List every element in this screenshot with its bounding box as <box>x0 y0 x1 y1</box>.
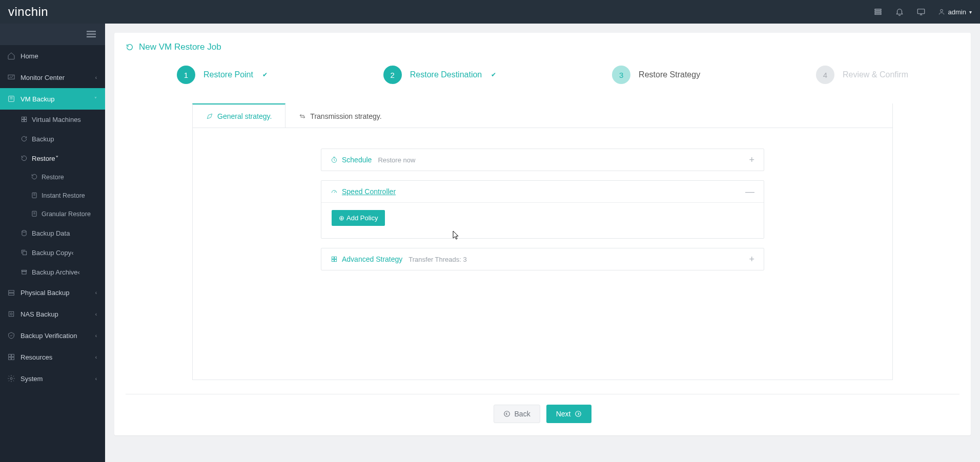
restore-sub-icon <box>31 173 37 182</box>
vm-icon <box>7 95 15 103</box>
section-speed-body: ⊕Add Policy <box>321 202 764 238</box>
nav-physical[interactable]: Physical Backup‹ <box>0 282 105 303</box>
svg-rect-7 <box>87 36 96 37</box>
chevron-left-icon: ‹ <box>78 268 80 276</box>
nav-system[interactable]: System‹ <box>0 368 105 389</box>
svg-rect-2 <box>875 13 881 14</box>
logo: vinchin <box>8 5 48 19</box>
resources-icon <box>7 353 15 361</box>
advanced-subtitle: Transfer Threads: 3 <box>409 256 466 263</box>
section-speed: Speed Controller — ⊕Add Policy <box>321 180 764 239</box>
copy-icon <box>21 249 28 256</box>
svg-point-16 <box>22 230 26 233</box>
svg-rect-3 <box>917 9 925 14</box>
nav-home[interactable]: Home <box>0 45 105 67</box>
section-advanced-header[interactable]: Advanced Strategy Transfer Threads: 3 + <box>321 248 764 270</box>
back-label: Back <box>515 410 530 418</box>
svg-point-23 <box>10 313 12 315</box>
nas-icon <box>7 310 15 318</box>
next-button[interactable]: Next <box>546 405 592 423</box>
section-schedule-header[interactable]: Schedule Restore now + <box>321 149 764 171</box>
clock-icon <box>331 156 338 163</box>
nav-vmbackup-label: VM Backup <box>21 95 54 103</box>
step-4-label: Review & Confirm <box>843 70 908 79</box>
add-policy-label: Add Policy <box>346 214 378 222</box>
list-icon[interactable] <box>873 7 883 16</box>
nav-instant-label: Instant Restore <box>42 192 85 199</box>
nav-vmbackup[interactable]: VM Backup˅ <box>0 88 105 110</box>
nav-monitor[interactable]: Monitor Center‹ <box>0 67 105 88</box>
speed-title: Speed Controller <box>342 187 396 196</box>
svg-rect-6 <box>87 34 96 35</box>
grid4-icon <box>331 256 338 263</box>
svg-point-34 <box>504 411 509 417</box>
nav-restore[interactable]: Restore˅ <box>0 149 105 168</box>
nav-backup-copy[interactable]: Backup Copy‹ <box>0 243 105 262</box>
svg-rect-13 <box>25 120 27 122</box>
nav-vms-label: Virtual Machines <box>32 116 81 123</box>
home-icon <box>7 52 15 60</box>
nav-backup-label: Backup <box>32 135 54 143</box>
granular-icon <box>31 210 37 219</box>
minus-icon: — <box>745 186 754 197</box>
nav-backup-archive[interactable]: Backup Archive‹ <box>0 262 105 282</box>
restore-title-icon <box>126 43 134 51</box>
nav-instant-restore[interactable]: Instant Restore <box>0 186 105 205</box>
tab-general-label: General strategy. <box>217 112 272 120</box>
nav-restore-label: Restore <box>32 155 55 162</box>
wizard-card: New VM Restore Job 1Restore Point✔ 2Rest… <box>114 33 971 435</box>
step-2-label: Restore Destination <box>410 70 482 79</box>
step-3-label: Restore Strategy <box>639 70 700 79</box>
add-policy-button[interactable]: ⊕Add Policy <box>332 210 385 226</box>
tab-transmission[interactable]: Transmission strategy. <box>285 103 395 128</box>
step-1[interactable]: 1Restore Point✔ <box>177 66 268 84</box>
svg-point-28 <box>10 377 12 380</box>
chevron-left-icon: ‹ <box>95 376 97 382</box>
chevron-left-icon: ‹ <box>95 333 97 339</box>
step-2[interactable]: 2Restore Destination✔ <box>383 66 497 84</box>
nav-vms[interactable]: Virtual Machines <box>0 110 105 129</box>
nav-nas[interactable]: NAS Backup‹ <box>0 303 105 325</box>
svg-rect-12 <box>22 120 24 122</box>
nav-system-label: System <box>21 375 43 383</box>
svg-rect-33 <box>335 260 337 262</box>
nav-backup[interactable]: Backup <box>0 129 105 149</box>
back-button[interactable]: Back <box>494 405 540 423</box>
user-menu[interactable]: admin ▾ <box>938 8 972 16</box>
tab-general[interactable]: General strategy. <box>192 103 285 128</box>
nav-resources-label: Resources <box>21 353 52 361</box>
section-speed-header[interactable]: Speed Controller — <box>321 181 764 202</box>
page-title: New VM Restore Job <box>139 42 221 52</box>
archive-icon <box>21 268 28 276</box>
chevron-left-icon: ‹ <box>95 354 97 360</box>
step-4: 4Review & Confirm <box>816 66 908 84</box>
bell-icon[interactable] <box>895 7 904 16</box>
nav-home-label: Home <box>21 52 38 60</box>
grid-icon <box>21 116 28 123</box>
menu-toggle[interactable] <box>0 24 105 45</box>
physical-icon <box>7 288 15 297</box>
verify-icon <box>7 331 15 340</box>
nav-restore-sub[interactable]: Restore <box>0 168 105 186</box>
nav-backup-data[interactable]: Backup Data <box>0 223 105 243</box>
tab-transmission-label: Transmission strategy. <box>310 112 381 120</box>
svg-rect-30 <box>332 257 334 259</box>
main-content: New VM Restore Job 1Restore Point✔ 2Rest… <box>105 24 980 462</box>
svg-rect-20 <box>9 290 14 292</box>
nav-granular-restore[interactable]: Granular Restore <box>0 205 105 223</box>
monitor-icon[interactable] <box>916 7 926 16</box>
topbar: vinchin admin ▾ <box>0 0 980 24</box>
svg-rect-0 <box>875 9 881 10</box>
step-3: 3Restore Strategy <box>612 66 700 84</box>
nav-verification[interactable]: Backup Verification‹ <box>0 325 105 346</box>
instant-icon <box>31 192 37 200</box>
chevron-left-icon: ‹ <box>71 249 73 257</box>
page-title-row: New VM Restore Job <box>126 42 959 52</box>
sidebar: Home Monitor Center‹ VM Backup˅ Virtual … <box>0 24 105 462</box>
section-schedule: Schedule Restore now + <box>321 149 764 171</box>
gauge-icon <box>331 188 338 195</box>
nav-resources[interactable]: Resources‹ <box>0 346 105 368</box>
nav-verification-label: Backup Verification <box>21 332 77 340</box>
plus-icon: + <box>749 155 754 165</box>
svg-rect-26 <box>9 358 11 360</box>
